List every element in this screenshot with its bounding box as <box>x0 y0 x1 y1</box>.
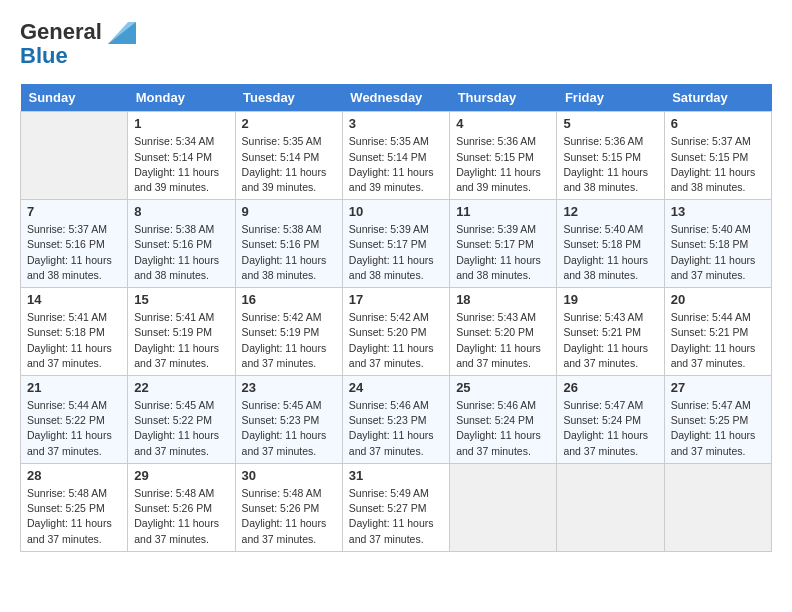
calendar-cell: 17Sunrise: 5:42 AM Sunset: 5:20 PM Dayli… <box>342 288 449 376</box>
day-header-wednesday: Wednesday <box>342 84 449 112</box>
day-header-monday: Monday <box>128 84 235 112</box>
cell-info: Sunrise: 5:41 AM Sunset: 5:18 PM Dayligh… <box>27 310 121 371</box>
day-number: 17 <box>349 292 443 307</box>
calendar-cell: 22Sunrise: 5:45 AM Sunset: 5:22 PM Dayli… <box>128 376 235 464</box>
day-number: 29 <box>134 468 228 483</box>
day-number: 18 <box>456 292 550 307</box>
calendar-cell: 9Sunrise: 5:38 AM Sunset: 5:16 PM Daylig… <box>235 200 342 288</box>
cell-info: Sunrise: 5:47 AM Sunset: 5:24 PM Dayligh… <box>563 398 657 459</box>
calendar-cell: 5Sunrise: 5:36 AM Sunset: 5:15 PM Daylig… <box>557 112 664 200</box>
day-number: 9 <box>242 204 336 219</box>
cell-info: Sunrise: 5:38 AM Sunset: 5:16 PM Dayligh… <box>134 222 228 283</box>
calendar-cell: 28Sunrise: 5:48 AM Sunset: 5:25 PM Dayli… <box>21 463 128 551</box>
cell-info: Sunrise: 5:47 AM Sunset: 5:25 PM Dayligh… <box>671 398 765 459</box>
day-number: 21 <box>27 380 121 395</box>
day-number: 27 <box>671 380 765 395</box>
cell-info: Sunrise: 5:35 AM Sunset: 5:14 PM Dayligh… <box>242 134 336 195</box>
calendar-cell: 3Sunrise: 5:35 AM Sunset: 5:14 PM Daylig… <box>342 112 449 200</box>
day-number: 20 <box>671 292 765 307</box>
calendar-cell: 6Sunrise: 5:37 AM Sunset: 5:15 PM Daylig… <box>664 112 771 200</box>
cell-info: Sunrise: 5:44 AM Sunset: 5:22 PM Dayligh… <box>27 398 121 459</box>
logo-icon <box>108 22 136 48</box>
calendar-cell: 21Sunrise: 5:44 AM Sunset: 5:22 PM Dayli… <box>21 376 128 464</box>
day-header-sunday: Sunday <box>21 84 128 112</box>
calendar-cell: 12Sunrise: 5:40 AM Sunset: 5:18 PM Dayli… <box>557 200 664 288</box>
cell-info: Sunrise: 5:36 AM Sunset: 5:15 PM Dayligh… <box>563 134 657 195</box>
cell-info: Sunrise: 5:34 AM Sunset: 5:14 PM Dayligh… <box>134 134 228 195</box>
day-number: 1 <box>134 116 228 131</box>
cell-info: Sunrise: 5:46 AM Sunset: 5:24 PM Dayligh… <box>456 398 550 459</box>
day-header-tuesday: Tuesday <box>235 84 342 112</box>
day-number: 22 <box>134 380 228 395</box>
svg-marker-1 <box>108 22 136 44</box>
day-number: 3 <box>349 116 443 131</box>
week-row-0: 1Sunrise: 5:34 AM Sunset: 5:14 PM Daylig… <box>21 112 772 200</box>
day-number: 7 <box>27 204 121 219</box>
day-number: 24 <box>349 380 443 395</box>
day-number: 23 <box>242 380 336 395</box>
calendar-cell: 23Sunrise: 5:45 AM Sunset: 5:23 PM Dayli… <box>235 376 342 464</box>
cell-info: Sunrise: 5:46 AM Sunset: 5:23 PM Dayligh… <box>349 398 443 459</box>
cell-info: Sunrise: 5:37 AM Sunset: 5:16 PM Dayligh… <box>27 222 121 283</box>
calendar-cell: 26Sunrise: 5:47 AM Sunset: 5:24 PM Dayli… <box>557 376 664 464</box>
week-row-2: 14Sunrise: 5:41 AM Sunset: 5:18 PM Dayli… <box>21 288 772 376</box>
cell-info: Sunrise: 5:39 AM Sunset: 5:17 PM Dayligh… <box>456 222 550 283</box>
calendar-cell: 20Sunrise: 5:44 AM Sunset: 5:21 PM Dayli… <box>664 288 771 376</box>
day-number: 31 <box>349 468 443 483</box>
calendar-table: SundayMondayTuesdayWednesdayThursdayFrid… <box>20 84 772 551</box>
calendar-cell: 1Sunrise: 5:34 AM Sunset: 5:14 PM Daylig… <box>128 112 235 200</box>
cell-info: Sunrise: 5:40 AM Sunset: 5:18 PM Dayligh… <box>563 222 657 283</box>
day-number: 28 <box>27 468 121 483</box>
calendar-cell: 10Sunrise: 5:39 AM Sunset: 5:17 PM Dayli… <box>342 200 449 288</box>
day-number: 15 <box>134 292 228 307</box>
calendar-cell: 15Sunrise: 5:41 AM Sunset: 5:19 PM Dayli… <box>128 288 235 376</box>
cell-info: Sunrise: 5:48 AM Sunset: 5:25 PM Dayligh… <box>27 486 121 547</box>
calendar-cell: 19Sunrise: 5:43 AM Sunset: 5:21 PM Dayli… <box>557 288 664 376</box>
calendar-cell: 31Sunrise: 5:49 AM Sunset: 5:27 PM Dayli… <box>342 463 449 551</box>
calendar-cell: 18Sunrise: 5:43 AM Sunset: 5:20 PM Dayli… <box>450 288 557 376</box>
day-number: 12 <box>563 204 657 219</box>
day-header-friday: Friday <box>557 84 664 112</box>
day-number: 5 <box>563 116 657 131</box>
header: General Blue <box>20 20 772 68</box>
calendar-cell: 2Sunrise: 5:35 AM Sunset: 5:14 PM Daylig… <box>235 112 342 200</box>
week-row-4: 28Sunrise: 5:48 AM Sunset: 5:25 PM Dayli… <box>21 463 772 551</box>
cell-info: Sunrise: 5:45 AM Sunset: 5:22 PM Dayligh… <box>134 398 228 459</box>
cell-info: Sunrise: 5:40 AM Sunset: 5:18 PM Dayligh… <box>671 222 765 283</box>
week-row-1: 7Sunrise: 5:37 AM Sunset: 5:16 PM Daylig… <box>21 200 772 288</box>
day-number: 8 <box>134 204 228 219</box>
calendar-cell <box>450 463 557 551</box>
week-row-3: 21Sunrise: 5:44 AM Sunset: 5:22 PM Dayli… <box>21 376 772 464</box>
day-number: 25 <box>456 380 550 395</box>
day-number: 2 <box>242 116 336 131</box>
calendar-cell: 8Sunrise: 5:38 AM Sunset: 5:16 PM Daylig… <box>128 200 235 288</box>
calendar-cell: 4Sunrise: 5:36 AM Sunset: 5:15 PM Daylig… <box>450 112 557 200</box>
calendar-cell: 27Sunrise: 5:47 AM Sunset: 5:25 PM Dayli… <box>664 376 771 464</box>
calendar-cell: 7Sunrise: 5:37 AM Sunset: 5:16 PM Daylig… <box>21 200 128 288</box>
cell-info: Sunrise: 5:49 AM Sunset: 5:27 PM Dayligh… <box>349 486 443 547</box>
day-number: 4 <box>456 116 550 131</box>
cell-info: Sunrise: 5:35 AM Sunset: 5:14 PM Dayligh… <box>349 134 443 195</box>
logo-text: General Blue <box>20 20 102 68</box>
calendar-cell <box>664 463 771 551</box>
calendar-cell: 30Sunrise: 5:48 AM Sunset: 5:26 PM Dayli… <box>235 463 342 551</box>
cell-info: Sunrise: 5:48 AM Sunset: 5:26 PM Dayligh… <box>134 486 228 547</box>
cell-info: Sunrise: 5:43 AM Sunset: 5:20 PM Dayligh… <box>456 310 550 371</box>
day-number: 16 <box>242 292 336 307</box>
day-header-saturday: Saturday <box>664 84 771 112</box>
day-number: 11 <box>456 204 550 219</box>
cell-info: Sunrise: 5:39 AM Sunset: 5:17 PM Dayligh… <box>349 222 443 283</box>
logo: General Blue <box>20 20 136 68</box>
day-number: 13 <box>671 204 765 219</box>
cell-info: Sunrise: 5:42 AM Sunset: 5:20 PM Dayligh… <box>349 310 443 371</box>
day-number: 6 <box>671 116 765 131</box>
calendar-cell <box>21 112 128 200</box>
days-header-row: SundayMondayTuesdayWednesdayThursdayFrid… <box>21 84 772 112</box>
cell-info: Sunrise: 5:45 AM Sunset: 5:23 PM Dayligh… <box>242 398 336 459</box>
calendar-cell: 29Sunrise: 5:48 AM Sunset: 5:26 PM Dayli… <box>128 463 235 551</box>
cell-info: Sunrise: 5:41 AM Sunset: 5:19 PM Dayligh… <box>134 310 228 371</box>
cell-info: Sunrise: 5:43 AM Sunset: 5:21 PM Dayligh… <box>563 310 657 371</box>
calendar-cell: 11Sunrise: 5:39 AM Sunset: 5:17 PM Dayli… <box>450 200 557 288</box>
cell-info: Sunrise: 5:36 AM Sunset: 5:15 PM Dayligh… <box>456 134 550 195</box>
day-number: 19 <box>563 292 657 307</box>
